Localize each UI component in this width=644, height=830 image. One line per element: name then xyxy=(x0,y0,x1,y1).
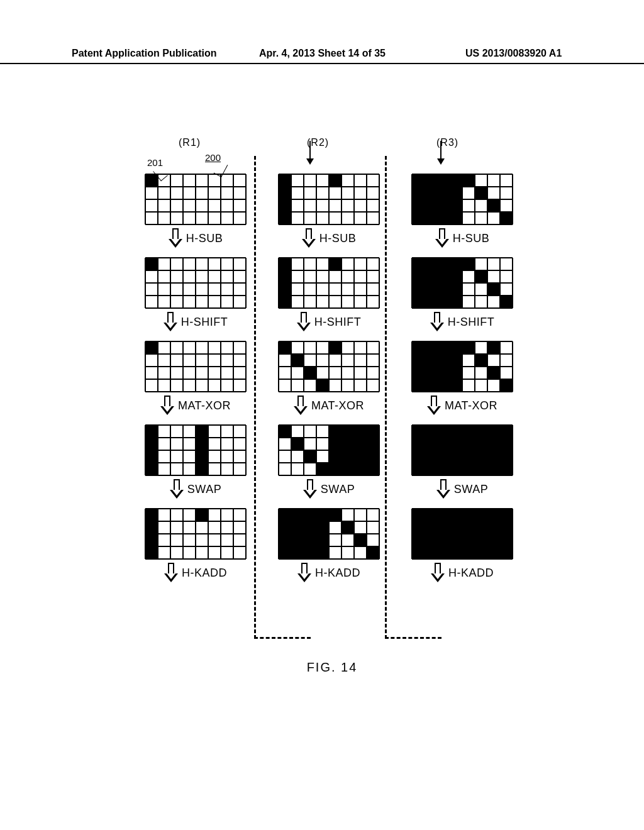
active-cell xyxy=(412,296,425,308)
active-cell xyxy=(279,174,291,187)
active-cell xyxy=(291,509,304,521)
active-cell xyxy=(425,438,437,450)
active-cell xyxy=(425,450,437,463)
active-cell xyxy=(367,450,379,463)
active-cell xyxy=(462,546,475,559)
active-cell xyxy=(145,463,158,475)
down-arrow-icon xyxy=(164,563,178,583)
state-matrix xyxy=(279,425,379,475)
active-cell xyxy=(437,509,450,521)
active-cell xyxy=(304,450,316,463)
round-header-r1: (R1) xyxy=(179,137,201,148)
active-cell xyxy=(500,450,513,463)
down-arrow-icon xyxy=(303,479,317,499)
operation-step: H-KADD xyxy=(142,559,249,590)
active-cell xyxy=(196,438,208,450)
active-cell xyxy=(487,367,500,379)
operation-label: H-SHIFT xyxy=(448,312,495,329)
active-cell xyxy=(475,521,487,534)
active-cell xyxy=(450,379,462,392)
active-cell xyxy=(475,438,487,450)
active-cell xyxy=(487,199,500,212)
active-cell xyxy=(279,283,291,296)
active-cell xyxy=(462,463,475,475)
active-cell xyxy=(450,450,462,463)
active-cell xyxy=(196,425,208,438)
figure-caption: FIG. 14 xyxy=(142,660,522,675)
active-cell xyxy=(500,534,513,546)
active-cell xyxy=(145,174,158,187)
active-cell xyxy=(425,174,437,187)
down-arrow-icon xyxy=(431,563,445,583)
active-cell xyxy=(450,546,462,559)
active-cell xyxy=(500,546,513,559)
active-cell xyxy=(450,521,462,534)
operation-label: H-KADD xyxy=(182,563,227,580)
active-cell xyxy=(425,341,437,354)
active-cell xyxy=(316,379,329,392)
active-cell xyxy=(450,283,462,296)
active-cell xyxy=(475,354,487,367)
state-matrix xyxy=(412,258,513,308)
active-cell xyxy=(145,438,158,450)
down-arrow-icon xyxy=(430,312,444,332)
state-matrix xyxy=(279,341,379,392)
state-matrix xyxy=(145,425,246,475)
active-cell xyxy=(412,258,425,270)
active-cell xyxy=(145,509,158,521)
active-cell xyxy=(412,212,425,224)
active-cell xyxy=(475,425,487,438)
active-cell xyxy=(145,258,158,270)
active-cell xyxy=(412,463,425,475)
active-cell xyxy=(487,463,500,475)
active-cell xyxy=(450,270,462,283)
active-cell xyxy=(437,438,450,450)
active-cell xyxy=(450,341,462,354)
active-cell xyxy=(437,534,450,546)
active-cell xyxy=(500,425,513,438)
active-cell xyxy=(341,463,354,475)
operation-label: H-SUB xyxy=(453,228,490,245)
active-cell xyxy=(354,425,367,438)
active-cell xyxy=(329,463,341,475)
active-cell xyxy=(450,463,462,475)
active-cell xyxy=(437,212,450,224)
down-arrow-icon xyxy=(427,396,441,416)
active-cell xyxy=(412,438,425,450)
active-cell xyxy=(412,521,425,534)
active-cell xyxy=(367,463,379,475)
operation-label: H-SHIFT xyxy=(181,312,228,329)
active-cell xyxy=(329,450,341,463)
active-cell xyxy=(450,187,462,199)
active-cell xyxy=(354,438,367,450)
active-cell xyxy=(462,450,475,463)
active-cell xyxy=(291,546,304,559)
active-cell xyxy=(145,546,158,559)
active-cell xyxy=(475,534,487,546)
active-cell xyxy=(462,341,475,354)
operation-label: SWAP xyxy=(321,479,355,496)
active-cell xyxy=(437,450,450,463)
active-cell xyxy=(279,546,291,559)
active-cell xyxy=(475,187,487,199)
active-cell xyxy=(145,450,158,463)
active-cell xyxy=(279,534,291,546)
state-matrix xyxy=(412,174,513,224)
active-cell xyxy=(437,425,450,438)
active-cell xyxy=(291,534,304,546)
active-cell xyxy=(425,187,437,199)
active-cell xyxy=(304,367,316,379)
active-cell xyxy=(304,521,316,534)
active-cell xyxy=(450,258,462,270)
active-cell xyxy=(412,546,425,559)
active-cell xyxy=(412,270,425,283)
active-cell xyxy=(487,521,500,534)
state-matrix xyxy=(145,258,246,308)
active-cell xyxy=(279,270,291,283)
active-cell xyxy=(437,367,450,379)
active-cell xyxy=(279,521,291,534)
down-arrow-icon xyxy=(435,228,449,248)
active-cell xyxy=(145,521,158,534)
active-cell xyxy=(437,199,450,212)
active-cell xyxy=(145,341,158,354)
